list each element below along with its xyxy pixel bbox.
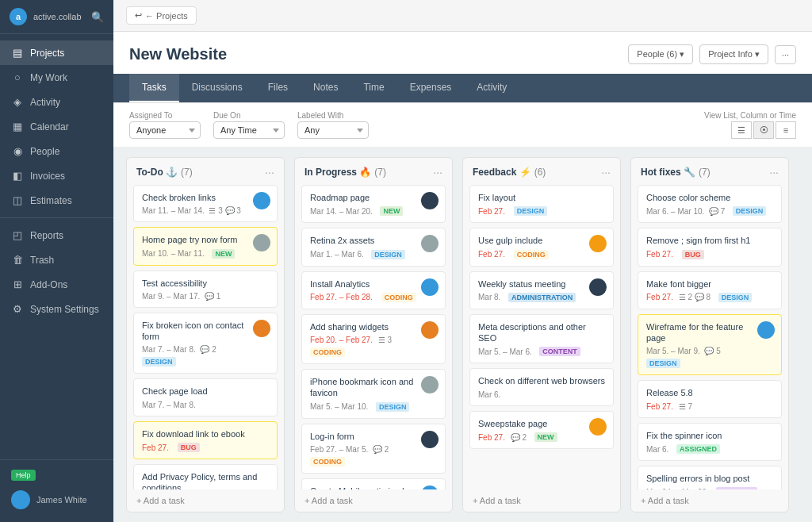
card-fix-download-link[interactable]: Fix download link to ebook Feb 27. BUG bbox=[133, 421, 278, 459]
column-in-progress-menu[interactable]: ··· bbox=[433, 166, 442, 178]
project-header: New Website People (6) ▾ Project Info ▾ … bbox=[113, 32, 812, 64]
card-wireframe-feature[interactable]: Wireframe for the feature page Mar 5. – … bbox=[638, 314, 782, 376]
sidebar: a active.collab 🔍 ▤ Projects ○ My Work ◈… bbox=[0, 0, 113, 522]
trash-icon: 🗑 bbox=[11, 254, 24, 266]
add-task-todo[interactable]: + Add a task bbox=[127, 489, 284, 512]
card-check-browsers[interactable]: Check on different web browsers Mar 6. bbox=[469, 368, 614, 405]
card-spelling-errors[interactable]: Spelling errors in blog post Mar 24. – M… bbox=[638, 466, 782, 489]
card-login-form[interactable]: Log-in form Feb 27. – Mar 5. 💬 2 CODING bbox=[301, 424, 446, 474]
card-check-page-load[interactable]: Check page load Mar 7. – Mar 8. bbox=[133, 378, 278, 416]
sidebar-item-projects[interactable]: ▤ Projects bbox=[0, 40, 113, 65]
column-view-button[interactable]: ⦿ bbox=[753, 121, 774, 139]
sidebar-item-addons[interactable]: ⊞ Add-Ons bbox=[0, 272, 113, 297]
card-install-analytics[interactable]: Install Analytics Feb 27. – Feb 28. CODI… bbox=[301, 271, 446, 309]
card-sweepstake-page[interactable]: Sweepstake page Feb 27. 💬 2 NEW bbox=[469, 411, 614, 449]
card-meta-descriptions[interactable]: Meta descriptions and other SEO Mar 5. –… bbox=[469, 314, 614, 364]
card-fix-spinner[interactable]: Fix the spinner icon Mar 6. ASSIGNED bbox=[638, 423, 782, 461]
card-check-broken-links[interactable]: Check broken links Mar 11. – Mar 14. ☰ 3… bbox=[133, 185, 278, 222]
card-retina-assets[interactable]: Retina 2x assets Mar 1. – Mar 6. DESIGN bbox=[301, 228, 446, 266]
card-iphone-bookmark[interactable]: iPhone bookmark icon and favicon Mar 5. … bbox=[301, 369, 446, 419]
column-feedback-title: Feedback ⚡ (6) bbox=[473, 167, 546, 178]
card-mobile-version[interactable]: Create Mobile optimized version Feb 28. … bbox=[301, 478, 446, 489]
add-task-in-progress[interactable]: + Add a task bbox=[295, 489, 452, 512]
card-avatar bbox=[757, 321, 775, 339]
tab-activity[interactable]: Activity bbox=[464, 74, 519, 102]
sidebar-item-invoices[interactable]: ◧ Invoices bbox=[0, 163, 113, 188]
sidebar-item-calendar[interactable]: ▦ Calendar bbox=[0, 114, 113, 139]
reports-icon: ◰ bbox=[11, 229, 24, 241]
card-avatar bbox=[253, 234, 270, 251]
card-weekly-status[interactable]: Weekly status meeting Mar 8. ADMINISTRAT… bbox=[469, 271, 614, 309]
list-view-button[interactable]: ☰ bbox=[731, 121, 752, 139]
card-avatar bbox=[421, 235, 439, 252]
sidebar-item-estimates[interactable]: ◫ Estimates bbox=[0, 188, 113, 213]
column-hot-fixes: Hot fixes 🔧 (7) ··· Choose color scheme … bbox=[630, 157, 789, 512]
card-home-page-form[interactable]: Home page try now form Mar 10. – Mar 11.… bbox=[133, 227, 278, 265]
addons-icon: ⊞ bbox=[11, 278, 24, 290]
card-fix-layout[interactable]: Fix layout Feb 27. DESIGN bbox=[469, 185, 614, 223]
column-in-progress-header: In Progress 🔥 (7) ··· bbox=[295, 158, 452, 185]
sidebar-item-activity[interactable]: ◈ Activity bbox=[0, 90, 113, 114]
sidebar-nav: ▤ Projects ○ My Work ◈ Activity ▦ Calend… bbox=[0, 34, 113, 459]
time-view-button[interactable]: ≡ bbox=[776, 121, 796, 139]
people-icon: ◉ bbox=[11, 145, 24, 157]
project-info-button[interactable]: Project Info ▾ bbox=[699, 44, 768, 64]
card-fix-broken-icon[interactable]: Fix broken icon on contact form Mar 7. –… bbox=[133, 313, 278, 374]
help-badge[interactable]: Help bbox=[11, 470, 36, 481]
back-arrow-icon: ↩ bbox=[135, 10, 142, 21]
sidebar-item-people[interactable]: ◉ People bbox=[0, 139, 113, 163]
tab-time[interactable]: Time bbox=[350, 74, 396, 102]
tab-tasks[interactable]: Tasks bbox=[129, 74, 179, 102]
card-remove-sign[interactable]: Remove ; sign from first h1 Feb 27. BUG bbox=[638, 228, 782, 266]
people-button[interactable]: People (6) ▾ bbox=[628, 44, 693, 64]
view-toggle: View List, Column or Time ☰ ⦿ ≡ bbox=[704, 111, 796, 139]
app-logo-icon: a bbox=[10, 8, 27, 25]
sidebar-item-my-work[interactable]: ○ My Work bbox=[0, 65, 113, 90]
back-to-projects-button[interactable]: ↩ ← Projects bbox=[126, 6, 197, 25]
card-add-privacy-policy[interactable]: Add Privacy Policy, terms and conditions… bbox=[133, 464, 278, 489]
tab-discussions[interactable]: Discussions bbox=[179, 74, 255, 102]
project-area: New Website People (6) ▾ Project Info ▾ … bbox=[113, 32, 812, 522]
sidebar-item-trash[interactable]: 🗑 Trash bbox=[0, 248, 113, 272]
search-icon[interactable]: 🔍 bbox=[91, 11, 104, 23]
due-label: Due On bbox=[213, 111, 285, 120]
tab-expenses[interactable]: Expenses bbox=[397, 74, 465, 102]
project-more-button[interactable]: ··· bbox=[775, 45, 796, 64]
column-todo-title: To-Do ⚓ (7) bbox=[136, 167, 193, 178]
card-avatar bbox=[421, 431, 439, 448]
card-release-5-8[interactable]: Release 5.8 Feb 27. ☰ 7 bbox=[638, 380, 782, 417]
column-todo: To-Do ⚓ (7) ··· Check broken links Mar 1… bbox=[126, 157, 285, 512]
column-feedback-menu[interactable]: ··· bbox=[601, 166, 611, 178]
card-add-sharing-widgets[interactable]: Add sharing widgets Feb 20. – Feb 27. ☰ … bbox=[301, 314, 446, 364]
card-use-gulp[interactable]: Use gulp include Feb 27. CODING bbox=[469, 228, 614, 266]
assigned-select[interactable]: Anyone bbox=[129, 121, 201, 139]
tab-notes[interactable]: Notes bbox=[301, 74, 350, 102]
sidebar-item-reports[interactable]: ◰ Reports bbox=[0, 223, 113, 248]
add-task-hot-fixes[interactable]: + Add a task bbox=[631, 489, 788, 512]
calendar-icon: ▦ bbox=[11, 121, 24, 132]
assigned-label: Assigned To bbox=[129, 111, 201, 120]
card-avatar bbox=[253, 192, 270, 209]
column-todo-menu[interactable]: ··· bbox=[265, 166, 274, 178]
add-task-feedback[interactable]: + Add a task bbox=[463, 489, 620, 512]
kanban-board: To-Do ⚓ (7) ··· Check broken links Mar 1… bbox=[113, 148, 812, 522]
project-actions: People (6) ▾ Project Info ▾ ··· bbox=[628, 44, 796, 64]
labeled-filter: Labeled With Any bbox=[297, 111, 369, 139]
column-hot-fixes-header: Hot fixes 🔧 (7) ··· bbox=[631, 158, 788, 185]
card-make-font-bigger[interactable]: Make font bigger Feb 27. ☰ 2 💬 8 DESIGN bbox=[638, 271, 782, 309]
column-hot-fixes-menu[interactable]: ··· bbox=[769, 166, 779, 178]
sidebar-logo: a active.collab 🔍 bbox=[0, 0, 113, 34]
sidebar-user[interactable]: James White bbox=[0, 484, 113, 516]
due-select[interactable]: Any Time bbox=[213, 121, 285, 139]
sidebar-item-settings[interactable]: ⚙ System Settings bbox=[0, 297, 113, 321]
card-choose-color-scheme[interactable]: Choose color scheme Mar 6. – Mar 10. 💬 7… bbox=[638, 185, 782, 223]
card-test-accessibility[interactable]: Test accessibility Mar 9. – Mar 17. 💬 1 bbox=[133, 271, 278, 308]
labeled-label: Labeled With bbox=[297, 111, 369, 120]
tab-files[interactable]: Files bbox=[255, 74, 301, 102]
my-work-icon: ○ bbox=[11, 71, 24, 83]
project-title: New Website bbox=[129, 45, 227, 63]
view-buttons: ☰ ⦿ ≡ bbox=[731, 121, 796, 139]
card-roadmap-page[interactable]: Roadmap page Mar 14. – Mar 20. NEW bbox=[301, 185, 446, 223]
labeled-select[interactable]: Any bbox=[297, 121, 369, 139]
card-avatar bbox=[421, 376, 439, 393]
